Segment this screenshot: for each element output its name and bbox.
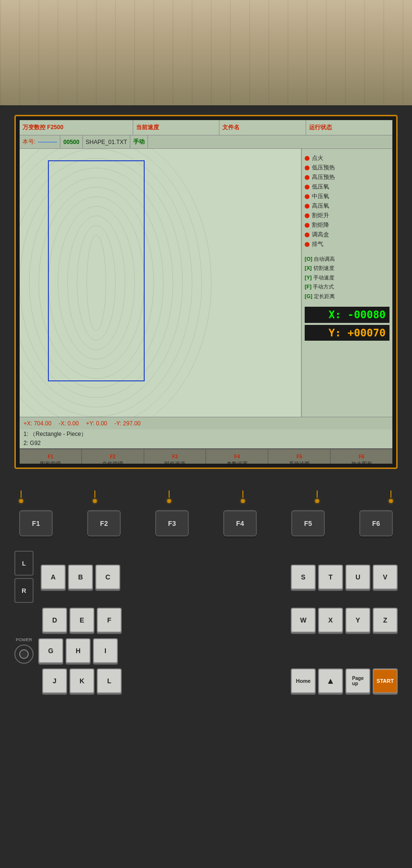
screen-subheader: 本号: 00500 SHAPE_01.TXT 手动: [20, 135, 392, 149]
shortcut-f: [F] 手动方式: [305, 283, 389, 290]
key-f3[interactable]: F3: [155, 510, 189, 536]
key-pageup[interactable]: Pageup: [345, 668, 370, 693]
dot-torch-down: [305, 223, 309, 228]
dot-torch-up: [305, 213, 309, 218]
filename-value: SHAPE_01.TXT: [83, 135, 131, 148]
key-l[interactable]: L: [14, 551, 34, 576]
fn-btn-f4[interactable]: F4 参数设置: [206, 449, 268, 464]
kbd-row-4: J K L Home ▲ Pageup START: [14, 668, 398, 693]
dot-low-oxygen: [305, 185, 309, 189]
header-title: 万变数控 F2500: [20, 120, 133, 135]
indicator-f1: [19, 490, 23, 503]
header-speed-label: 当前速度: [133, 120, 220, 135]
screen: 万变数控 F2500 当前速度 文件名 运行状态 本号:: [20, 120, 392, 464]
key-b[interactable]: B: [68, 565, 93, 590]
indicator-f3: [167, 490, 171, 503]
dot-high-oxygen: [305, 204, 309, 209]
key-c[interactable]: C: [95, 565, 120, 590]
key-start[interactable]: START: [373, 668, 398, 693]
kbd-row-3: POWER G H I: [14, 637, 398, 664]
fn-btn-f5[interactable]: F5 系统诊断: [268, 449, 331, 464]
pos-plus-y: +Y: 0.00: [86, 420, 107, 427]
machine-body: 万变数控 F2500 当前速度 文件名 运行状态 本号:: [0, 105, 412, 868]
key-e[interactable]: E: [69, 608, 94, 633]
key-a[interactable]: A: [41, 565, 66, 590]
key-f1[interactable]: F1: [19, 510, 53, 536]
key-u[interactable]: U: [345, 565, 370, 590]
power-button[interactable]: [14, 645, 34, 664]
key-v[interactable]: V: [373, 565, 398, 590]
key-r[interactable]: R: [14, 578, 34, 603]
key-l-lower[interactable]: L: [97, 668, 122, 693]
key-j[interactable]: J: [42, 668, 67, 693]
kbd-row-1: L R A B C S T U V: [14, 551, 398, 603]
indicator-f2: [93, 490, 97, 503]
shortcut-o: [O] 自动调高: [305, 256, 389, 263]
fn-btn-f1[interactable]: F1 图形管理: [20, 449, 82, 464]
status-high-preheat: 高压预热: [305, 173, 389, 181]
screen-header: 万变数控 F2500 当前速度 文件名 运行状态: [20, 120, 392, 135]
key-y[interactable]: Y: [345, 608, 370, 633]
indicator-lights-row: [14, 488, 398, 505]
row-number: [38, 142, 57, 143]
dot-low-preheat: [305, 166, 309, 170]
shortcut-y: [Y] 手动速度: [305, 274, 389, 281]
keyboard-area: F1 F2 F3 F4 F5 F6 L R A B C S T U V D E …: [0, 479, 412, 868]
lr-group: L R: [14, 551, 34, 603]
indicator-f5: [315, 490, 319, 503]
key-w[interactable]: W: [291, 608, 316, 633]
y-coordinate: Y: +00070: [305, 325, 389, 341]
dot-exhaust: [305, 242, 309, 247]
key-k[interactable]: K: [69, 668, 94, 693]
key-f5[interactable]: F5: [291, 510, 325, 536]
key-up[interactable]: ▲: [318, 668, 343, 693]
pos-plus-x: +X: 704.00: [23, 420, 51, 427]
shortcut-x: [X] 切割速度: [305, 265, 389, 272]
run-status-value: 手动: [130, 135, 148, 148]
status-low-oxygen: 低压氧: [305, 183, 389, 191]
environment-top: [0, 0, 412, 110]
fn-btn-f6[interactable]: F6 放大图形: [331, 449, 392, 464]
code-line-2: 2: G92: [20, 439, 392, 448]
key-f2[interactable]: F2: [87, 510, 121, 536]
key-i[interactable]: I: [93, 638, 118, 663]
header-status-label: 运行状态: [306, 120, 392, 135]
row-label: 本号:: [20, 135, 60, 148]
key-s[interactable]: S: [291, 565, 316, 590]
fn-btn-f3[interactable]: F3 部件选项: [144, 449, 206, 464]
status-exhaust: 排气: [305, 240, 389, 248]
status-torch-down: 割炬降: [305, 221, 389, 229]
screen-main: 点火 低压预热 高压预热 低压氧: [20, 149, 392, 417]
key-f[interactable]: F: [97, 608, 122, 633]
status-torch-up: 割炬升: [305, 211, 389, 220]
key-home[interactable]: Home: [291, 668, 316, 693]
power-label: POWER: [16, 637, 32, 642]
key-f6[interactable]: F6: [359, 510, 393, 536]
speed-value: 00500: [60, 135, 82, 148]
svg-rect-0: [20, 149, 301, 417]
shortcut-g: [G] 定长距离: [305, 293, 389, 300]
fn-btn-f2[interactable]: F2 文件管理: [82, 449, 144, 464]
dot-high-preheat: [305, 175, 309, 180]
key-x[interactable]: X: [318, 608, 343, 633]
status-ignition: 点火: [305, 154, 389, 162]
key-t[interactable]: T: [318, 565, 343, 590]
screen-bezel: 万变数控 F2500 当前速度 文件名 运行状态 本号:: [14, 115, 398, 469]
dot-height-box: [305, 233, 309, 237]
key-g[interactable]: G: [38, 638, 63, 663]
position-bar: +X: 704.00 -X: 0.00 +Y: 0.00 -Y: 297.00: [20, 417, 392, 429]
power-section: POWER: [14, 637, 34, 664]
status-high-oxygen: 高压氧: [305, 202, 389, 210]
pos-minus-y: -Y: 297.00: [114, 420, 141, 427]
status-panel: 点火 低压预热 高压预热 低压氧: [301, 149, 392, 417]
key-z[interactable]: Z: [373, 608, 398, 633]
code-line-1: 1: （Rectangle - Piece）: [20, 429, 392, 439]
key-f4[interactable]: F4: [223, 510, 257, 536]
indicator-f4: [241, 490, 245, 503]
status-mid-oxygen: 中压氧: [305, 192, 389, 200]
indicator-f6: [389, 490, 393, 503]
key-h[interactable]: H: [66, 638, 91, 663]
key-d[interactable]: D: [42, 608, 67, 633]
header-filename-label: 文件名: [219, 120, 306, 135]
status-height-box: 调高盒: [305, 231, 389, 239]
